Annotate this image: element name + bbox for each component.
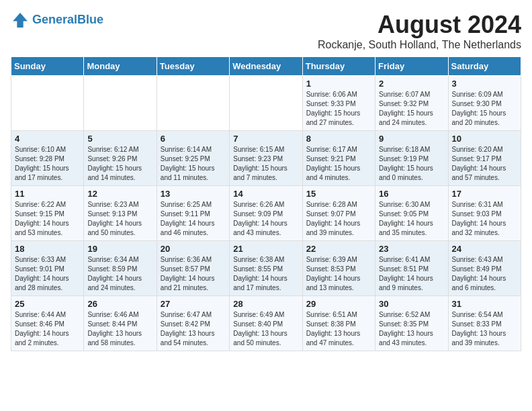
cell-info: Sunrise: 6:39 AM Sunset: 8:53 PM Dayligh… (306, 255, 371, 293)
calendar-cell: 7Sunrise: 6:15 AM Sunset: 9:23 PM Daylig… (230, 131, 302, 186)
calendar-cell: 2Sunrise: 6:07 AM Sunset: 9:32 PM Daylig… (375, 76, 448, 131)
cell-info: Sunrise: 6:10 AM Sunset: 9:28 PM Dayligh… (15, 145, 80, 183)
calendar-cell: 11Sunrise: 6:22 AM Sunset: 9:15 PM Dayli… (11, 186, 84, 241)
weekday-header: Monday (84, 57, 157, 76)
day-number: 10 (452, 134, 517, 144)
calendar-cell: 9Sunrise: 6:18 AM Sunset: 9:19 PM Daylig… (375, 131, 448, 186)
calendar-cell: 22Sunrise: 6:39 AM Sunset: 8:53 PM Dayli… (302, 241, 375, 296)
cell-info: Sunrise: 6:54 AM Sunset: 8:33 PM Dayligh… (452, 310, 517, 348)
calendar-week-row: 11Sunrise: 6:22 AM Sunset: 9:15 PM Dayli… (11, 186, 521, 241)
calendar-week-row: 25Sunrise: 6:44 AM Sunset: 8:46 PM Dayli… (11, 296, 521, 351)
day-number: 3 (452, 79, 517, 89)
cell-info: Sunrise: 6:09 AM Sunset: 9:30 PM Dayligh… (452, 90, 517, 128)
cell-info: Sunrise: 6:28 AM Sunset: 9:07 PM Dayligh… (306, 200, 371, 238)
day-number: 12 (87, 189, 152, 199)
calendar-cell (84, 76, 157, 131)
day-number: 21 (233, 244, 298, 254)
day-number: 19 (87, 244, 152, 254)
weekday-header: Friday (375, 57, 448, 76)
calendar-cell: 3Sunrise: 6:09 AM Sunset: 9:30 PM Daylig… (448, 76, 521, 131)
calendar-cell: 20Sunrise: 6:36 AM Sunset: 8:57 PM Dayli… (157, 241, 229, 296)
cell-info: Sunrise: 6:36 AM Sunset: 8:57 PM Dayligh… (161, 255, 226, 293)
calendar-cell: 1Sunrise: 6:06 AM Sunset: 9:33 PM Daylig… (302, 76, 375, 131)
cell-info: Sunrise: 6:22 AM Sunset: 9:15 PM Dayligh… (15, 200, 80, 238)
svg-marker-0 (13, 13, 28, 28)
calendar-cell: 8Sunrise: 6:17 AM Sunset: 9:21 PM Daylig… (302, 131, 375, 186)
day-number: 5 (87, 134, 152, 144)
calendar-cell (11, 76, 84, 131)
calendar-cell: 23Sunrise: 6:41 AM Sunset: 8:51 PM Dayli… (375, 241, 448, 296)
day-number: 23 (379, 244, 444, 254)
cell-info: Sunrise: 6:23 AM Sunset: 9:13 PM Dayligh… (87, 200, 152, 238)
cell-info: Sunrise: 6:20 AM Sunset: 9:17 PM Dayligh… (452, 145, 517, 183)
calendar-cell: 10Sunrise: 6:20 AM Sunset: 9:17 PM Dayli… (448, 131, 521, 186)
day-number: 11 (15, 189, 80, 199)
cell-info: Sunrise: 6:51 AM Sunset: 8:38 PM Dayligh… (306, 310, 371, 348)
day-number: 31 (452, 299, 517, 309)
logo-icon (11, 11, 30, 30)
calendar-cell (230, 76, 302, 131)
cell-info: Sunrise: 6:15 AM Sunset: 9:23 PM Dayligh… (233, 145, 298, 183)
day-number: 24 (452, 244, 517, 254)
day-number: 7 (233, 134, 298, 144)
logo: GeneralBlue (11, 11, 103, 30)
calendar-week-row: 18Sunrise: 6:33 AM Sunset: 9:01 PM Dayli… (11, 241, 521, 296)
cell-info: Sunrise: 6:14 AM Sunset: 9:25 PM Dayligh… (161, 145, 226, 183)
calendar-cell: 27Sunrise: 6:47 AM Sunset: 8:42 PM Dayli… (157, 296, 229, 351)
cell-info: Sunrise: 6:49 AM Sunset: 8:40 PM Dayligh… (233, 310, 298, 348)
cell-info: Sunrise: 6:25 AM Sunset: 9:11 PM Dayligh… (161, 200, 226, 238)
calendar-cell: 28Sunrise: 6:49 AM Sunset: 8:40 PM Dayli… (230, 296, 302, 351)
weekday-header-row: SundayMondayTuesdayWednesdayThursdayFrid… (11, 57, 521, 76)
weekday-header: Wednesday (230, 57, 302, 76)
cell-info: Sunrise: 6:17 AM Sunset: 9:21 PM Dayligh… (306, 145, 371, 183)
calendar-cell: 30Sunrise: 6:52 AM Sunset: 8:35 PM Dayli… (375, 296, 448, 351)
cell-info: Sunrise: 6:06 AM Sunset: 9:33 PM Dayligh… (306, 90, 371, 128)
calendar-cell: 19Sunrise: 6:34 AM Sunset: 8:59 PM Dayli… (84, 241, 157, 296)
day-number: 26 (87, 299, 152, 309)
day-number: 1 (306, 79, 371, 89)
day-number: 8 (306, 134, 371, 144)
month-year: August 2024 (318, 11, 521, 39)
calendar-week-row: 1Sunrise: 6:06 AM Sunset: 9:33 PM Daylig… (11, 76, 521, 131)
cell-info: Sunrise: 6:47 AM Sunset: 8:42 PM Dayligh… (161, 310, 226, 348)
weekday-header: Sunday (11, 57, 84, 76)
day-number: 17 (452, 189, 517, 199)
cell-info: Sunrise: 6:30 AM Sunset: 9:05 PM Dayligh… (379, 200, 444, 238)
day-number: 16 (379, 189, 444, 199)
calendar-cell: 5Sunrise: 6:12 AM Sunset: 9:26 PM Daylig… (84, 131, 157, 186)
day-number: 15 (306, 189, 371, 199)
day-number: 25 (15, 299, 80, 309)
location: Rockanje, South Holland, The Netherlands (318, 39, 521, 51)
cell-info: Sunrise: 6:26 AM Sunset: 9:09 PM Dayligh… (233, 200, 298, 238)
day-number: 20 (161, 244, 226, 254)
calendar-cell: 4Sunrise: 6:10 AM Sunset: 9:28 PM Daylig… (11, 131, 84, 186)
calendar-cell: 18Sunrise: 6:33 AM Sunset: 9:01 PM Dayli… (11, 241, 84, 296)
calendar-cell: 12Sunrise: 6:23 AM Sunset: 9:13 PM Dayli… (84, 186, 157, 241)
day-number: 6 (161, 134, 226, 144)
calendar-cell: 17Sunrise: 6:31 AM Sunset: 9:03 PM Dayli… (448, 186, 521, 241)
cell-info: Sunrise: 6:12 AM Sunset: 9:26 PM Dayligh… (87, 145, 152, 183)
cell-info: Sunrise: 6:43 AM Sunset: 8:49 PM Dayligh… (452, 255, 517, 293)
cell-info: Sunrise: 6:33 AM Sunset: 9:01 PM Dayligh… (15, 255, 80, 293)
weekday-header: Saturday (448, 57, 521, 76)
day-number: 4 (15, 134, 80, 144)
calendar-table: SundayMondayTuesdayWednesdayThursdayFrid… (11, 56, 521, 351)
day-number: 2 (379, 79, 444, 89)
cell-info: Sunrise: 6:52 AM Sunset: 8:35 PM Dayligh… (379, 310, 444, 348)
day-number: 14 (233, 189, 298, 199)
calendar-cell: 21Sunrise: 6:38 AM Sunset: 8:55 PM Dayli… (230, 241, 302, 296)
calendar-cell: 29Sunrise: 6:51 AM Sunset: 8:38 PM Dayli… (302, 296, 375, 351)
day-number: 30 (379, 299, 444, 309)
cell-info: Sunrise: 6:46 AM Sunset: 8:44 PM Dayligh… (87, 310, 152, 348)
day-number: 13 (161, 189, 226, 199)
calendar-cell: 16Sunrise: 6:30 AM Sunset: 9:05 PM Dayli… (375, 186, 448, 241)
cell-info: Sunrise: 6:31 AM Sunset: 9:03 PM Dayligh… (452, 200, 517, 238)
page-header: GeneralBlue August 2024 Rockanje, South … (11, 11, 521, 51)
weekday-header: Tuesday (157, 57, 229, 76)
cell-info: Sunrise: 6:44 AM Sunset: 8:46 PM Dayligh… (15, 310, 80, 348)
calendar-cell: 6Sunrise: 6:14 AM Sunset: 9:25 PM Daylig… (157, 131, 229, 186)
day-number: 28 (233, 299, 298, 309)
cell-info: Sunrise: 6:38 AM Sunset: 8:55 PM Dayligh… (233, 255, 298, 293)
logo-text: GeneralBlue (32, 13, 103, 27)
logo-line2: Blue (77, 13, 103, 26)
